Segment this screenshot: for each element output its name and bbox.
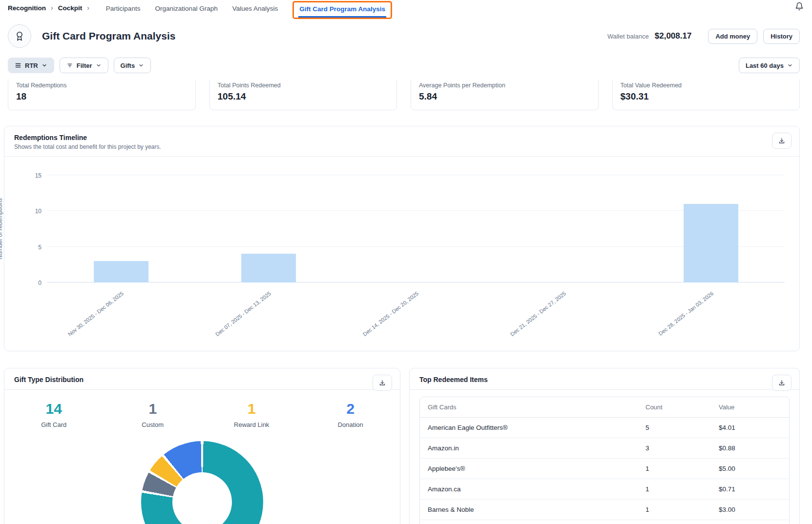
gifts-label: Gifts (121, 62, 135, 69)
gift-card-count: 3 (638, 438, 711, 458)
date-range-label: Last 60 days (746, 62, 784, 69)
table-row: Amazon.in3$0.88 (420, 438, 789, 458)
y-axis-tick-label: 5 (25, 244, 42, 251)
x-axis-tick-label: Dec 21, 2025 - Dec 27, 2025 (509, 290, 567, 337)
x-axis-tick-label: Nov 30, 2025 - Dec 06, 2025 (67, 290, 125, 337)
chevron-down-icon (96, 62, 102, 68)
program-avatar (8, 24, 31, 48)
table-row: Amazon.ca1$0.71 (420, 479, 789, 499)
add-money-button[interactable]: Add money (708, 29, 757, 44)
gift-card-count: 5 (638, 418, 711, 438)
gift-type-count: 2 (301, 401, 400, 417)
section-title: Top Redeemed Items (419, 376, 790, 383)
gift-card-count: 1 (638, 500, 711, 520)
stat-value: $30.31 (621, 91, 792, 102)
notifications-button[interactable] (795, 2, 804, 11)
menu-icon (15, 62, 21, 69)
download-button[interactable] (373, 375, 392, 391)
download-button[interactable] (772, 375, 791, 391)
stat-label: Average Points per Redemption (419, 82, 590, 89)
chevron-down-icon (138, 62, 144, 68)
y-axis-tick-label: 10 (25, 208, 42, 215)
filter-label: Filter (77, 62, 92, 69)
gift-card-value: $0.88 (711, 438, 789, 458)
award-icon (14, 31, 25, 41)
history-button[interactable]: History (763, 29, 800, 44)
gift-card-name: American Eagle Outfitters® (420, 418, 638, 438)
rtr-dropdown[interactable]: RTR (8, 58, 54, 73)
date-range-dropdown[interactable]: Last 60 days (739, 58, 800, 73)
download-icon (378, 379, 386, 387)
bottom-section: Gift Type Distribution 14Gift Card1Custo… (4, 368, 800, 524)
breadcrumb: Recognition›Cockpit› (8, 4, 89, 12)
gift-card-value: $0.71 (711, 479, 789, 499)
page-header: Gift Card Program Analysis Wallet balanc… (0, 19, 812, 53)
x-axis-tick-label: Dec 07, 2025 - Dec 13, 2025 (214, 290, 272, 337)
stat-label: Total Redemptions (16, 82, 187, 89)
chart-bar (684, 204, 738, 282)
gift-card-name: Applebee's® (420, 459, 638, 479)
breadcrumb-item[interactable]: Cockpit (58, 4, 83, 12)
gift-card-value: $4.01 (711, 418, 789, 438)
table-row: American Eagle Outfitters®5$4.01 (420, 418, 789, 438)
bar-chart: Number of redemptions 051015 (4, 175, 785, 282)
gift-type-label: Reward Link (202, 421, 301, 428)
gift-type-count: 14 (4, 401, 104, 417)
section-title: Redemptions Timeline (14, 134, 790, 141)
x-axis-labels: Nov 30, 2025 - Dec 06, 2025Dec 07, 2025 … (47, 282, 785, 351)
gift-type-label: Gift Card (4, 421, 104, 428)
rtr-label: RTR (25, 62, 38, 69)
gift-type-count: 1 (202, 401, 301, 417)
gift-type-stats: 14Gift Card1Custom1Reward Link2Donation (4, 401, 400, 428)
gift-card-name: Barnes & Noble (420, 500, 638, 520)
download-icon (778, 379, 786, 387)
table-column-header: Gift Cards (420, 397, 638, 417)
section-title: Gift Type Distribution (14, 376, 390, 383)
top-navigation: Recognition›Cockpit› ParticipantsOrganiz… (0, 0, 812, 19)
table-body: American Eagle Outfitters®5$4.01Amazon.i… (420, 418, 789, 524)
gift-type-stat: 14Gift Card (4, 401, 104, 428)
gift-card-count: 1 (638, 520, 711, 524)
gift-card-value: $5.00 (711, 520, 789, 524)
gift-card-count: 1 (638, 459, 711, 479)
download-button[interactable] (772, 133, 791, 149)
stat-value: 18 (16, 91, 187, 102)
table-row: Applebee's®1$5.00 (420, 458, 789, 479)
stat-value: 5.84 (419, 91, 590, 102)
gift-type-stat: 1Custom (104, 401, 203, 428)
gift-type-label: Donation (301, 421, 400, 428)
filter-icon (66, 62, 73, 69)
gift-card-name: Amazon.ca (420, 479, 638, 499)
tab-participants[interactable]: Participants (106, 4, 141, 12)
chart-bar (241, 254, 296, 282)
y-axis-tick-label: 15 (25, 172, 42, 179)
chart-plot: Number of redemptions 051015 (47, 175, 785, 282)
chevron-down-icon (787, 62, 793, 68)
chart-bar-slot (490, 175, 637, 282)
active-tab-highlight: Gift Card Program Analysis (292, 1, 392, 19)
breadcrumb-item[interactable]: Recognition (8, 4, 46, 12)
tab-values-analysis[interactable]: Values Analysis (232, 4, 278, 12)
donut-chart (141, 441, 263, 524)
gifts-dropdown[interactable]: Gifts (114, 58, 151, 73)
breadcrumb-separator-icon: › (87, 4, 89, 12)
gift-card-count: 1 (638, 479, 711, 499)
section-subtitle: Shows the total cost and benefit for thi… (14, 143, 790, 150)
y-axis-tick-label: 0 (25, 280, 42, 286)
table-column-header: Value (711, 397, 789, 417)
chevron-down-icon (42, 62, 47, 68)
x-axis-tick-label: Dec 28, 2025 - Jan 03, 2026 (658, 290, 715, 337)
y-axis-title: Number of redemptions (0, 198, 3, 259)
redemptions-timeline-card: Redemptions Timeline Shows the total cos… (4, 126, 800, 351)
bell-icon (795, 2, 804, 11)
x-axis-tick-label: Dec 14, 2025 - Dec 20, 2025 (362, 290, 419, 337)
chart-bar-slot (47, 175, 195, 282)
gift-type-stat: 2Donation (301, 401, 400, 428)
filter-dropdown[interactable]: Filter (60, 58, 108, 73)
download-icon (778, 137, 786, 145)
gift-card-value: $3.00 (711, 500, 789, 520)
chart-bars (47, 175, 785, 282)
wallet-balance-value: $2,008.17 (655, 31, 692, 41)
tab-organizational-graph[interactable]: Organizational Graph (155, 4, 217, 12)
tab-gift-card-program-analysis[interactable]: Gift Card Program Analysis (298, 4, 386, 18)
